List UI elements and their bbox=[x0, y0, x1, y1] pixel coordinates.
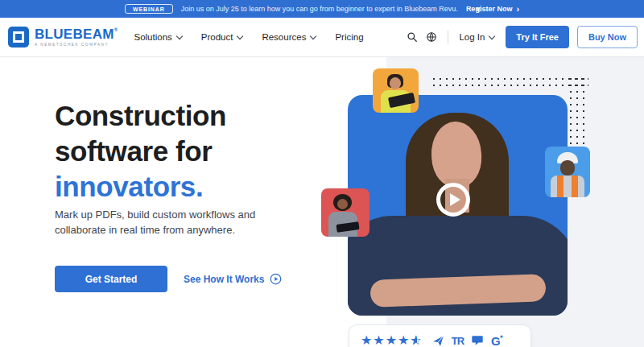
try-it-free-button[interactable]: Try It Free bbox=[506, 26, 569, 48]
person-image bbox=[337, 199, 348, 209]
nav-item-pricing-label: Pricing bbox=[335, 32, 363, 42]
g2-star: ★ bbox=[499, 333, 503, 339]
hero-subtitle: Mark up PDFs, build custom workflows and… bbox=[55, 207, 296, 238]
bluebeam-homepage: WEBINAR Join us on July 25 to learn how … bbox=[0, 0, 644, 347]
trustradius-tr-icon[interactable]: TR bbox=[452, 335, 464, 347]
nav-item-resources[interactable]: Resources bbox=[262, 32, 316, 42]
worker-photo-card-lightblue bbox=[545, 147, 590, 197]
divider bbox=[448, 31, 448, 43]
globe-icon[interactable] bbox=[426, 31, 437, 43]
bluebeam-logo-text: BLUEBEAM® bbox=[35, 27, 118, 41]
nav-item-product[interactable]: Product bbox=[201, 32, 243, 42]
hero-subtitle-line1: Mark up PDFs, build custom workflows and bbox=[55, 209, 255, 221]
trademark-symbol: ® bbox=[114, 27, 118, 32]
register-now-label: Register Now bbox=[466, 5, 513, 13]
nav-actions: Log In Try It Free Buy Now bbox=[407, 26, 638, 48]
chevron-right-icon: › bbox=[516, 5, 519, 14]
paper-plane-icon[interactable] bbox=[432, 335, 444, 347]
announcement-banner: WEBINAR Join us on July 25 to learn how … bbox=[0, 0, 644, 18]
hero-title-line2: software for bbox=[55, 135, 213, 167]
hero-video-card bbox=[348, 95, 568, 316]
close-icon[interactable]: × bbox=[475, 0, 481, 18]
chevron-down-icon bbox=[489, 32, 495, 39]
log-in-menu[interactable]: Log In bbox=[459, 32, 494, 42]
bluebeam-logo[interactable]: BLUEBEAM® A NEMETSCHEK COMPANY bbox=[8, 27, 118, 48]
play-icon bbox=[450, 193, 460, 206]
safety-vest-image bbox=[557, 176, 564, 197]
chevron-down-icon bbox=[237, 32, 243, 39]
search-icon[interactable] bbox=[407, 31, 418, 43]
banner-message: Join us on July 25 to learn how you can … bbox=[181, 5, 458, 13]
nav-item-product-label: Product bbox=[201, 32, 233, 42]
bluebeam-logo-icon bbox=[8, 27, 29, 48]
chevron-down-icon bbox=[310, 32, 316, 39]
see-how-it-works-label: See How It Works bbox=[184, 274, 264, 285]
reviews-rating-card: ★★★★ ☆ ★ TR G ★ bbox=[349, 324, 531, 347]
nav-item-resources-label: Resources bbox=[262, 32, 306, 42]
main-navigation: BLUEBEAM® A NEMETSCHEK COMPANY Solutions… bbox=[0, 18, 644, 57]
review-platform-icons: TR G ★ bbox=[432, 334, 501, 347]
star-rating: ★★★★ ☆ ★ bbox=[361, 334, 423, 347]
hero-title: Construction software for innovators. bbox=[55, 98, 320, 204]
logo-tagline: A NEMETSCHEK COMPANY bbox=[35, 43, 118, 47]
hero-title-line3-accent: innovators. bbox=[55, 171, 203, 202]
play-circle-icon bbox=[270, 273, 282, 285]
half-star: ☆ ★ bbox=[410, 334, 422, 347]
webinar-badge: WEBINAR bbox=[125, 4, 173, 14]
full-stars: ★★★★ bbox=[361, 334, 410, 347]
dot-pattern bbox=[431, 76, 588, 88]
chevron-down-icon bbox=[176, 32, 183, 39]
see-how-it-works-link[interactable]: See How It Works bbox=[184, 273, 282, 285]
person-image bbox=[390, 77, 401, 89]
nav-item-solutions-label: Solutions bbox=[134, 32, 171, 42]
worker-photo-card-red bbox=[321, 188, 369, 237]
log-in-label: Log In bbox=[459, 32, 485, 42]
nav-menu: Solutions Product Resources Pricing bbox=[134, 32, 363, 42]
dot-pattern bbox=[568, 76, 588, 147]
nav-item-solutions[interactable]: Solutions bbox=[134, 32, 181, 42]
get-started-button[interactable]: Get Started bbox=[55, 266, 167, 292]
hero-cta-row: Get Started See How It Works bbox=[55, 266, 282, 292]
person-image bbox=[551, 176, 584, 197]
buy-now-button[interactable]: Buy Now bbox=[577, 26, 638, 48]
video-play-button[interactable] bbox=[436, 183, 470, 217]
register-now-link[interactable]: Register Now › bbox=[466, 5, 519, 14]
nav-item-pricing[interactable]: Pricing bbox=[335, 32, 363, 42]
safety-vest-image bbox=[572, 176, 578, 197]
worker-photo-card-orange bbox=[373, 68, 419, 113]
g2-icon[interactable]: G ★ bbox=[491, 334, 501, 347]
hero-subtitle-line2: collaborate in real time from anywhere. bbox=[55, 224, 235, 236]
bluebeam-logo-text-wrap: BLUEBEAM® A NEMETSCHEK COMPANY bbox=[35, 27, 118, 47]
hero-title-line1: Construction bbox=[55, 100, 226, 131]
half-star-fill: ★ bbox=[410, 334, 416, 347]
person-image bbox=[560, 160, 575, 176]
speech-bubble-icon[interactable] bbox=[471, 335, 484, 346]
